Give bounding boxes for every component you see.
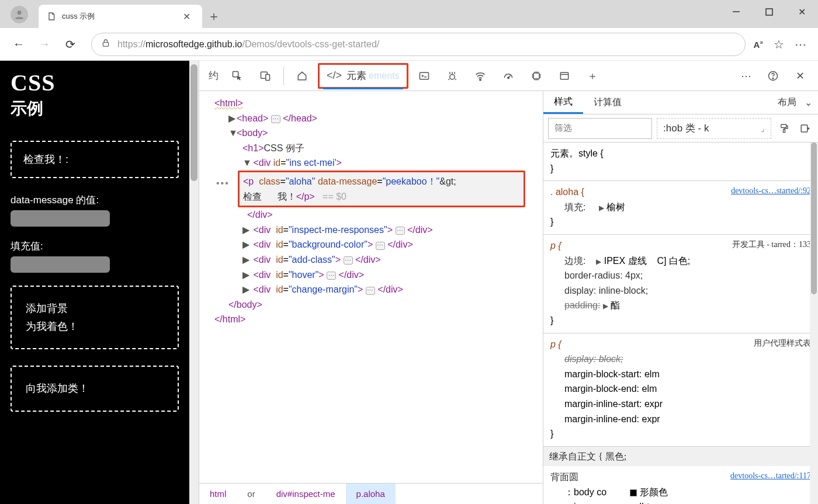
data-message-input[interactable] <box>11 210 110 227</box>
demo-scroll-thumb[interactable] <box>190 64 197 181</box>
source-link-p[interactable]: 开发工具 - tarred：133 <box>732 238 811 253</box>
new-tab-button[interactable]: ＋ <box>202 5 226 28</box>
styles-filter-input[interactable]: 筛选 <box>548 118 652 139</box>
hov-classes-button[interactable]: :hob 类 - k⌟ <box>657 118 771 139</box>
crumb-div[interactable]: div#inspect-me <box>266 484 346 504</box>
sources-tab-icon[interactable] <box>440 65 465 86</box>
svg-point-9 <box>479 79 480 80</box>
svg-rect-6 <box>266 74 270 80</box>
tab-computed[interactable]: 计算值 <box>583 91 632 114</box>
ellipsis-icon[interactable] <box>366 287 375 295</box>
profile-avatar[interactable] <box>11 6 28 23</box>
paint-icon[interactable] <box>776 120 792 137</box>
crumb-p[interactable]: p.aloha <box>346 484 396 504</box>
h1-node[interactable]: <h1> <box>242 143 264 153</box>
application-tab-icon[interactable] <box>552 65 577 86</box>
background-color-box[interactable]: 添加背景 为我着色！ <box>11 286 179 349</box>
maximize-button[interactable] <box>753 0 785 23</box>
svg-point-0 <box>18 11 22 15</box>
ellipsis-icon[interactable] <box>376 242 385 250</box>
source-link-backface[interactable]: devtools-cs…tarted/:117 <box>730 470 811 485</box>
devtools-panel: 约 </> 元素ements ＋ ⋯ ✕ <box>199 61 818 504</box>
favorite-icon[interactable]: ☆ <box>774 37 784 51</box>
dom-tree[interactable]: <html> ▶<head> </head> ▼<body> <h1>CSS 例… <box>199 91 543 483</box>
rule-element-style[interactable]: 元素。style { } <box>543 142 818 181</box>
crumb-html[interactable]: html <box>199 484 237 504</box>
ellipsis-icon[interactable] <box>396 227 405 235</box>
network-tab-icon[interactable] <box>468 65 493 86</box>
node-actions-icon[interactable]: ••• <box>216 176 230 191</box>
performance-tab-icon[interactable] <box>496 65 521 86</box>
devtools-help-icon[interactable] <box>761 65 785 86</box>
lock-icon <box>101 38 110 51</box>
more-menu-icon[interactable]: ⋯ <box>795 37 806 51</box>
svg-rect-17 <box>784 130 785 133</box>
welcome-tab-icon[interactable] <box>290 65 314 86</box>
padding-input[interactable] <box>11 256 110 273</box>
bg-box-line1: 添加背景 <box>26 300 164 318</box>
rule-aloha[interactable]: . aloha {devtools-cs…started/:92 填充: ▶ 榆… <box>543 181 818 235</box>
inspect-me-box[interactable]: 检查我！: <box>11 141 179 178</box>
more-tabs-button[interactable]: ＋ <box>580 65 605 86</box>
page-icon <box>47 12 56 21</box>
memory-tab-icon[interactable] <box>524 65 549 86</box>
inspect-element-icon[interactable] <box>225 65 249 86</box>
styles-scrollbar[interactable] <box>810 142 818 504</box>
color-swatch-black[interactable] <box>630 489 637 496</box>
forward-button[interactable]: → <box>32 32 57 57</box>
crumb-or: or <box>237 484 265 504</box>
ellipsis-icon[interactable] <box>271 115 280 123</box>
div-close[interactable]: </div> <box>247 210 273 220</box>
styles-rules[interactable]: 元素。style { } . aloha {devtools-cs…starte… <box>543 142 818 504</box>
devtools-more-icon[interactable]: ⋯ <box>734 65 758 86</box>
truncated-tab[interactable]: 约 <box>205 65 221 86</box>
styles-scroll-thumb[interactable] <box>811 142 817 294</box>
source-link-aloha[interactable]: devtools-cs…started/:92 <box>731 185 811 200</box>
rule-p[interactable]: p {开发工具 - tarred：133 边境: ▶ IPEX 虚线 C] 白色… <box>543 235 818 333</box>
address-bar[interactable]: https://microsoftedge.github.io/Demos/de… <box>91 33 746 56</box>
demo-heading-css: CSS <box>11 69 179 96</box>
html-close[interactable]: </html> <box>214 314 245 324</box>
device-toggle-icon[interactable] <box>253 65 278 86</box>
svg-rect-16 <box>781 124 786 127</box>
styles-filter-row: 筛选 :hob 类 - k⌟ <box>543 114 818 142</box>
elements-tab[interactable]: </> 元素ements <box>318 63 408 89</box>
back-button[interactable]: ← <box>6 32 32 57</box>
svg-point-15 <box>772 78 774 79</box>
head-node[interactable]: <head> <box>237 113 268 123</box>
selected-dom-node[interactable]: ••• <p class="aloha" data-message="peeka… <box>238 171 525 207</box>
rule-backface[interactable]: 背面圆devtools-cs…tarted/:117 ：body co ：ie … <box>543 466 818 504</box>
svg-point-8 <box>449 74 454 79</box>
tab-styles[interactable]: 样式 <box>543 91 583 114</box>
rule-p-ua[interactable]: p {用户代理样式表 display: block; margin-block-… <box>543 333 818 447</box>
ellipsis-icon[interactable] <box>327 272 336 280</box>
elements-ghost: ements <box>369 71 399 81</box>
add-class-label: 向我添加类！ <box>26 383 89 394</box>
html-open[interactable]: <html> <box>214 98 243 108</box>
body-node[interactable]: <body> <box>237 128 268 138</box>
svg-rect-2 <box>766 9 772 15</box>
demo-heading-sample: 示例 <box>11 98 179 120</box>
browser-tab[interactable]: cuss 示例 ✕ <box>39 5 202 28</box>
demo-scrollbar[interactable] <box>189 61 199 504</box>
tab-close-button[interactable]: ✕ <box>179 10 194 23</box>
demo-page: CSS 示例 检查我！: data-message 的值: 填充值: 添加背景 … <box>0 61 189 504</box>
address-bar-row: ← → ⟳ https://microsoftedge.github.io/De… <box>0 28 818 61</box>
console-tab-icon[interactable] <box>412 65 436 86</box>
refresh-button[interactable]: ⟳ <box>57 32 83 57</box>
new-rule-icon[interactable] <box>797 120 813 137</box>
ellipsis-icon[interactable] <box>344 256 353 265</box>
tab-layout[interactable]: 布局 <box>774 96 800 109</box>
svg-rect-3 <box>103 42 108 46</box>
body-close[interactable]: </body> <box>228 300 262 310</box>
read-aloud-icon[interactable]: A» <box>754 39 763 50</box>
main-area: CSS 示例 检查我！: data-message 的值: 填充值: 添加背景 … <box>0 61 818 504</box>
svg-rect-18 <box>801 125 807 132</box>
add-class-box[interactable]: 向我添加类！ <box>11 366 179 412</box>
minimize-button[interactable] <box>720 0 753 23</box>
ua-stylesheet-label: 用户代理样式表 <box>754 337 811 352</box>
devtools-close-icon[interactable]: ✕ <box>788 65 812 86</box>
close-window-button[interactable]: ✕ <box>785 0 818 23</box>
padding-label: 填充值: <box>11 239 179 253</box>
chevron-down-icon[interactable]: ⌄ <box>805 97 812 108</box>
